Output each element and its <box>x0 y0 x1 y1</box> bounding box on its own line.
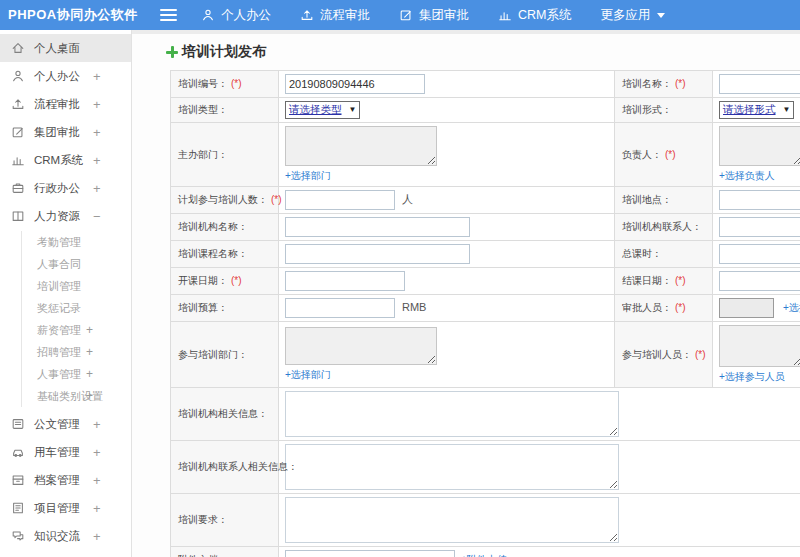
participants-picker[interactable] <box>719 325 800 367</box>
field-label: 培训类型： <box>171 98 279 123</box>
expand-toggle-icon[interactable]: + <box>93 97 101 112</box>
training-name-input[interactable] <box>719 74 800 94</box>
sidebar-subitem-reward-record[interactable]: 奖惩记录 <box>22 297 131 319</box>
expand-toggle-icon[interactable]: + <box>93 69 101 84</box>
expand-toggle-icon[interactable]: + <box>93 473 101 488</box>
chart-icon <box>11 153 25 167</box>
sidebar-submenu: 考勤管理人事合同培训管理奖惩记录薪资管理+招聘管理+人事管理+基础类别设置+ <box>21 231 131 407</box>
participate-dept-picker[interactable] <box>285 327 437 365</box>
start-date-input[interactable] <box>285 271 405 291</box>
expand-toggle-icon[interactable]: + <box>93 125 101 140</box>
nav-personal-office[interactable]: 个人办公 <box>201 7 271 24</box>
training-type-select[interactable]: 请选择类型▼ <box>285 101 360 119</box>
sidebar-item-group-approval[interactable]: 集团审批+ <box>0 118 131 146</box>
sidebar-item-label: 用车管理 <box>34 445 80 460</box>
field-label: 负责人：(*) <box>615 123 713 187</box>
edit-icon <box>11 125 25 139</box>
page-title: 培训计划发布 <box>166 43 800 61</box>
field-label: 培训形式： <box>615 98 713 123</box>
training-requirements-textarea[interactable] <box>285 497 619 543</box>
sidebar-item-project-mgmt[interactable]: 项目管理+ <box>0 494 131 522</box>
form-row: 主办部门：+选择部门负责人：(*)+选择负责人 <box>171 123 800 187</box>
end-date-input[interactable] <box>719 271 800 291</box>
sidebar-subitem-hr-contract[interactable]: 人事合同 <box>22 253 131 275</box>
leader-picker[interactable] <box>719 126 800 166</box>
org-contact-input[interactable] <box>719 217 800 237</box>
sidebar-item-label: 公文管理 <box>34 417 80 432</box>
chevron-down-icon: ▼ <box>783 106 791 114</box>
nav-group-approval[interactable]: 集团审批 <box>399 7 469 24</box>
expand-toggle-icon[interactable]: − <box>93 209 101 224</box>
attachment-input[interactable] <box>285 550 455 557</box>
expand-toggle-icon[interactable]: + <box>93 181 101 196</box>
training-place-input[interactable] <box>719 190 800 210</box>
sidebar-item-personal-office[interactable]: 个人办公+ <box>0 62 131 90</box>
sidebar-item-label: 知识交流 <box>34 529 80 544</box>
sidebar-subitem-base-category[interactable]: 基础类别设置+ <box>22 385 131 407</box>
host-dept-picker[interactable] <box>285 126 437 166</box>
expand-toggle-icon[interactable]: + <box>86 389 93 403</box>
nav-workflow-approval[interactable]: 流程审批 <box>300 7 370 24</box>
sidebar-subitem-label: 薪资管理 <box>37 323 81 338</box>
org-info-textarea[interactable] <box>285 391 619 437</box>
book-icon <box>11 209 25 223</box>
required-mark: (*) <box>231 275 242 286</box>
sidebar-item-archive-mgmt[interactable]: 档案管理+ <box>0 466 131 494</box>
training-form-select[interactable]: 请选择形式▼ <box>719 101 794 119</box>
sidebar-item-knowledge-exchange[interactable]: 知识交流+ <box>0 522 131 550</box>
field-cell: 请选择形式▼ <box>713 98 800 123</box>
total-hours-input[interactable] <box>719 244 800 264</box>
sidebar-subitem-training-mgmt[interactable]: 培训管理 <box>22 275 131 297</box>
sidebar-subitem-label: 基础类别设置 <box>37 389 103 404</box>
training-no-input[interactable] <box>285 74 425 94</box>
sidebar-subitem-personnel-mgmt[interactable]: 人事管理+ <box>22 363 131 385</box>
org-contact-info-textarea[interactable] <box>285 444 619 490</box>
user-icon <box>201 8 215 22</box>
expand-toggle-icon[interactable]: + <box>86 323 93 337</box>
nav-more-apps[interactable]: 更多应用 <box>600 7 665 24</box>
planned-participants-input[interactable] <box>285 190 395 210</box>
select-participants-link[interactable]: +选择参与人员 <box>719 371 785 382</box>
select-approver-link[interactable]: +选择审批人员 <box>783 302 800 313</box>
sidebar-item-hr[interactable]: 人力资源− <box>0 202 131 230</box>
field-label: 培训机构相关信息： <box>171 388 279 441</box>
sidebar-subitem-salary-mgmt[interactable]: 薪资管理+ <box>22 319 131 341</box>
select-leader-link[interactable]: +选择负责人 <box>719 170 775 181</box>
menu-icon[interactable] <box>160 6 177 24</box>
sidebar-item-label: CRM系统 <box>34 153 83 168</box>
nav-crm-system[interactable]: CRM系统 <box>498 7 571 24</box>
expand-toggle-icon[interactable]: + <box>86 345 93 359</box>
form-row: 培训类型：请选择类型▼培训形式：请选择形式▼ <box>171 98 800 123</box>
sidebar-subitem-recruitment[interactable]: 招聘管理+ <box>22 341 131 363</box>
sidebar-item-crm-system[interactable]: CRM系统+ <box>0 146 131 174</box>
expand-toggle-icon[interactable]: + <box>93 417 101 432</box>
expand-toggle-icon[interactable]: + <box>93 445 101 460</box>
field-cell <box>279 441 800 494</box>
course-name-input[interactable] <box>285 244 470 264</box>
sidebar-subitem-attendance[interactable]: 考勤管理 <box>22 231 131 253</box>
expand-toggle-icon[interactable]: + <box>93 153 101 168</box>
select-dept-link[interactable]: +选择部门 <box>285 170 331 181</box>
budget-input[interactable] <box>285 298 395 318</box>
field-label: 培训名称：(*) <box>615 71 713 98</box>
expand-toggle-icon[interactable]: + <box>93 501 101 516</box>
expand-toggle-icon[interactable]: + <box>93 529 101 544</box>
org-name-input[interactable] <box>285 217 470 237</box>
approver-input[interactable] <box>719 298 774 318</box>
select-dept-link-2[interactable]: +选择部门 <box>285 369 331 380</box>
sidebar-item-personal-desktop[interactable]: 个人桌面 <box>0 34 131 62</box>
sidebar-item-admin-office[interactable]: 行政办公+ <box>0 174 131 202</box>
field-cell: +选择参与人员 <box>713 322 800 388</box>
sidebar-item-document-mgmt[interactable]: 公文管理+ <box>0 410 131 438</box>
sidebar-item-label: 集团审批 <box>34 125 80 140</box>
form-row: 培训要求： <box>171 494 800 547</box>
sidebar-item-vehicle-mgmt[interactable]: 用车管理+ <box>0 438 131 466</box>
required-mark: (*) <box>695 349 706 360</box>
sidebar-item-workflow-approval[interactable]: 流程审批+ <box>0 90 131 118</box>
field-label: 附件文档： <box>171 547 279 557</box>
field-cell: +选择部门 <box>279 123 615 187</box>
required-mark: (*) <box>675 302 686 313</box>
expand-toggle-icon[interactable]: + <box>86 367 93 381</box>
form-row: 开课日期：(*)结课日期：(*) <box>171 268 800 295</box>
required-mark: (*) <box>665 149 676 160</box>
